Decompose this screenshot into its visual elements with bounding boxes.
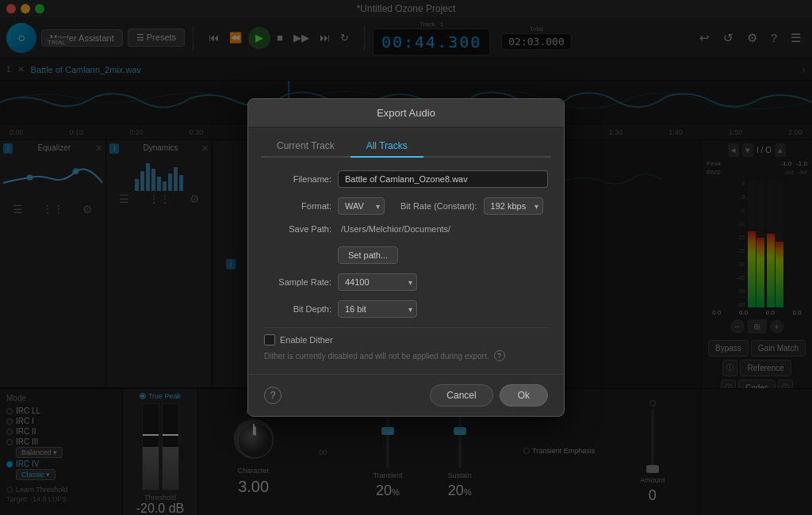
modal-body: Filename: Format: WAV MP3 AIFF FLAC Bit … — [248, 158, 564, 374]
current-track-tab[interactable]: Current Track — [261, 135, 350, 158]
filename-input[interactable] — [338, 170, 548, 188]
samplerate-label: Sample Rate: — [264, 277, 331, 287]
bitrate-select[interactable]: 192 kbps 128 kbps 320 kbps — [484, 197, 543, 215]
export-audio-modal: Export Audio Current Track All Tracks Fi… — [247, 98, 565, 417]
enable-dither-label: Enable Dither — [280, 335, 333, 345]
format-label: Format: — [264, 201, 331, 211]
modal-title-bar: Export Audio — [248, 99, 564, 128]
bitrate-label: Bit Rate (Constant): — [400, 201, 477, 211]
savepath-row: Save Path: /Users/Melchior/Documents/ Se… — [264, 224, 548, 264]
dither-info-row: Dither is currently disabled and will no… — [264, 350, 548, 361]
bitdepth-label: Bit Depth: — [264, 304, 331, 314]
samplerate-row: Sample Rate: 44100 48000 96000 — [264, 273, 548, 291]
modal-footer-right: Cancel Ok — [430, 384, 548, 406]
dither-checkbox-row: Enable Dither — [264, 334, 548, 345]
samplerate-select-wrapper: 44100 48000 96000 — [338, 273, 417, 291]
modal-tabs: Current Track All Tracks — [261, 135, 551, 158]
cancel-button[interactable]: Cancel — [430, 384, 492, 406]
savepath-label: Save Path: — [264, 224, 331, 234]
dither-section: Enable Dither Dither is currently disabl… — [264, 327, 548, 361]
savepath-value: /Users/Melchior/Documents/ — [341, 224, 450, 234]
all-tracks-tab[interactable]: All Tracks — [350, 135, 423, 158]
samplerate-select[interactable]: 44100 48000 96000 — [338, 273, 417, 291]
bitdepth-select[interactable]: 16 bit 24 bit 32 bit — [338, 300, 417, 318]
filename-label: Filename: — [264, 174, 331, 184]
modal-footer: ? Cancel Ok — [248, 374, 564, 416]
bitdepth-select-wrapper: 16 bit 24 bit 32 bit — [338, 300, 417, 318]
dither-info-text: Dither is currently disabled and will no… — [264, 352, 489, 360]
format-select-wrapper: WAV MP3 AIFF FLAC — [338, 197, 385, 215]
bitrate-select-wrapper: 192 kbps 128 kbps 320 kbps — [484, 197, 543, 215]
dither-help-button[interactable]: ? — [494, 350, 505, 361]
ok-button[interactable]: Ok — [500, 384, 548, 406]
modal-footer-left: ? — [264, 387, 282, 404]
format-select[interactable]: WAV MP3 AIFF FLAC — [338, 197, 385, 215]
modal-overlay[interactable]: Export Audio Current Track All Tracks Fi… — [0, 0, 812, 515]
format-row: Format: WAV MP3 AIFF FLAC Bit Rate (Cons… — [264, 197, 548, 215]
modal-help-button[interactable]: ? — [264, 387, 282, 404]
set-path-button[interactable]: Set path... — [338, 246, 398, 264]
modal-title: Export Audio — [377, 107, 435, 119]
filename-row: Filename: — [264, 170, 548, 188]
bitdepth-row: Bit Depth: 16 bit 24 bit 32 bit — [264, 300, 548, 318]
enable-dither-checkbox[interactable] — [264, 334, 275, 345]
